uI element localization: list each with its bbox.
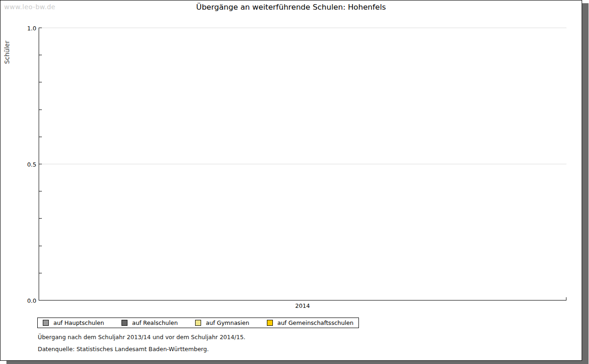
- gridline-1.0: [39, 28, 566, 28]
- y-tick-label-0.0: 0.0: [21, 297, 36, 304]
- legend-swatch-gemeinschaftsschulen: [267, 320, 273, 326]
- y-axis-tick: [39, 137, 42, 137]
- chart-window: www.leo-bw.de Übergänge an weiterführend…: [0, 0, 582, 361]
- y-tick-label-0.5: 0.5: [21, 161, 36, 168]
- y-axis-tick: [39, 110, 42, 110]
- legend-swatch-gymnasien: [195, 320, 201, 326]
- footnote-data-source: Datenquelle: Statistisches Landesamt Bad…: [38, 346, 209, 352]
- y-axis-tick: [39, 218, 42, 219]
- legend-item-gymnasien: auf Gymnasien: [195, 319, 249, 326]
- plot-area: [39, 28, 566, 300]
- y-axis-tick: [39, 82, 42, 82]
- legend-swatch-realschulen: [121, 320, 127, 326]
- y-axis-tick: [39, 164, 42, 164]
- legend-label: auf Gymnasien: [206, 319, 249, 326]
- y-tick-label-1.0: 1.0: [21, 25, 36, 32]
- chart-title: Übergänge an weiterführende Schulen: Hoh…: [0, 3, 582, 12]
- legend-item-gemeinschaftsschulen: auf Gemeinschaftsschulen: [267, 319, 353, 326]
- legend-label: auf Realschulen: [132, 319, 178, 326]
- y-axis-tick: [39, 191, 42, 191]
- gridline-0.5: [39, 164, 566, 164]
- y-axis-title: Schüler: [3, 40, 11, 64]
- legend-swatch-hauptschulen: [43, 320, 49, 326]
- y-axis-tick: [39, 28, 42, 28]
- x-axis-end-tick: [566, 297, 566, 300]
- y-axis-tick: [39, 273, 42, 273]
- legend-item-realschulen: auf Realschulen: [121, 319, 178, 326]
- legend-item-hauptschulen: auf Hauptschulen: [43, 319, 104, 326]
- y-axis-tick: [39, 55, 42, 55]
- footnote-transition-period: Übergang nach dem Schuljahr 2013/14 und …: [38, 334, 245, 341]
- x-tick-label-2014: 2014: [39, 302, 566, 309]
- y-axis-tick: [39, 246, 42, 246]
- legend-label: auf Gemeinschaftsschulen: [277, 319, 353, 326]
- legend-label: auf Hauptschulen: [53, 319, 104, 326]
- legend-box: auf Hauptschulen auf Realschulen auf Gym…: [37, 318, 359, 328]
